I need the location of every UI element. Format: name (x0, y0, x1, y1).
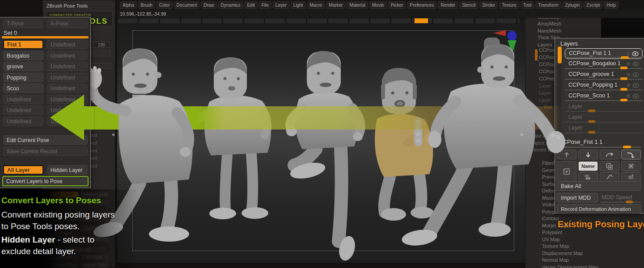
record-dot-icon[interactable] (627, 62, 630, 66)
menu-render[interactable]: Render (438, 1, 458, 9)
invert-layer-button[interactable] (600, 172, 619, 182)
pose-value-field[interactable]: 190 (93, 42, 110, 48)
layer-row-empty[interactable]: Layer (565, 123, 643, 134)
menu-dynamics[interactable]: Dynamics (218, 1, 243, 9)
menu-document[interactable]: Document (174, 1, 200, 9)
selected-layer-name[interactable]: CCPose_Fist 1 1 (559, 138, 602, 145)
t-pose-button[interactable]: T-Pose (3, 19, 43, 28)
selected-layer-slider[interactable] (623, 146, 631, 148)
pose-slot-button[interactable]: Undefined (47, 62, 88, 71)
menu-edit[interactable]: Edit (244, 1, 257, 9)
branch-layer-button[interactable] (621, 150, 641, 159)
redo-layer-button[interactable] (600, 150, 619, 159)
top-shelf[interactable] (118, 18, 520, 23)
move-layer-up-button[interactable] (557, 150, 576, 159)
all-layer-button[interactable]: All Layer (3, 165, 43, 175)
record-dot-icon[interactable] (627, 94, 630, 98)
import-mdd-button[interactable]: Import MDD (557, 193, 598, 202)
hidden-layer-button[interactable]: Hidden Layer (47, 165, 88, 175)
menu-alpha[interactable]: Alpha (120, 1, 137, 9)
merge-down-button[interactable] (578, 172, 598, 182)
menu-brush[interactable]: Brush (138, 1, 155, 9)
a-pose-button[interactable]: A-Pose (47, 19, 88, 28)
layer-intensity-slider[interactable] (588, 131, 595, 134)
pose-slot-boogaloo-button[interactable]: Boogaloo (3, 51, 43, 60)
record-dot-icon[interactable] (626, 52, 630, 55)
section-uv-map[interactable]: UV Map (542, 236, 598, 243)
layer-intensity-slider[interactable] (620, 77, 627, 80)
eye-icon[interactable] (632, 62, 639, 67)
menu-material[interactable]: Material (347, 1, 368, 9)
menu-movie[interactable]: Movie (369, 1, 387, 9)
axis-gizmo[interactable] (490, 26, 521, 57)
layer-row-empty[interactable]: Layer (565, 113, 643, 123)
layer-row-empty[interactable]: Layer (565, 102, 643, 113)
pose-slot-button[interactable]: Undefined (47, 105, 88, 115)
record-dot-icon[interactable] (627, 84, 630, 87)
layers-scroll-track[interactable] (558, 46, 562, 167)
pose-slot-button[interactable]: Undefined (3, 105, 43, 115)
layer-intensity-slider[interactable] (620, 99, 627, 101)
pose-slot-button[interactable]: Undefined (47, 51, 88, 60)
pose-slot-popping-button[interactable]: Popping (3, 73, 43, 82)
eye-icon[interactable] (632, 72, 639, 77)
menu-picker[interactable]: Picker (388, 1, 406, 9)
pose-field[interactable] (91, 50, 111, 56)
layer-intensity-slider[interactable] (620, 67, 627, 69)
menu-macro[interactable]: Macro (307, 1, 325, 9)
menu-preferences[interactable]: Preferences (407, 1, 436, 9)
eye-icon[interactable] (632, 83, 639, 88)
mdd-speed-slider[interactable] (626, 201, 633, 203)
menu-light[interactable]: Light (291, 1, 306, 9)
save-current-record-button[interactable]: Save Current Record (3, 147, 88, 156)
menu-texture[interactable]: Texture (499, 1, 519, 9)
layer-row-scoo[interactable]: CCPose_Scoo 1 (565, 91, 643, 102)
section-normal-map[interactable]: Normal Map (542, 257, 598, 264)
bake-all-button[interactable]: Bake All (557, 181, 641, 191)
pose-slot-fist-button[interactable]: Fist 1 (3, 40, 43, 49)
pose-slot-scoo-button[interactable]: Scoo (3, 84, 43, 93)
bg-higher-res-button[interactable]: Higher Res (80, 262, 109, 268)
rename-layer-button[interactable]: Name (578, 161, 598, 171)
menu-tool[interactable]: Tool (521, 1, 534, 9)
eye-icon[interactable] (632, 94, 639, 99)
duplicate-layer-button[interactable] (600, 161, 619, 171)
layer-row-boogaloo[interactable]: CCPose_Boogaloo 1 (565, 59, 643, 70)
layer-row-fist[interactable]: CCPose_Fist 1 1 (565, 48, 643, 59)
menu-layer[interactable]: Layer (273, 1, 289, 9)
left-divider-handle[interactable]: « (112, 131, 115, 137)
pose-slot-button[interactable]: Undefined (47, 117, 88, 126)
pose-set-slider[interactable] (2, 36, 89, 38)
pose-slot-groove-button[interactable]: groove (3, 62, 43, 71)
top-shelf-active-slot[interactable] (415, 18, 428, 23)
layer-row-groove[interactable]: CCPose_groove 1 (565, 70, 643, 80)
menu-help[interactable]: Help (604, 1, 619, 9)
eye-visible-icon[interactable] (632, 51, 639, 56)
layer-intensity-slider[interactable] (588, 109, 595, 112)
record-deformation-button[interactable]: Record Deformation Animation (557, 204, 641, 214)
pose-slot-button[interactable]: Undefined (47, 84, 88, 93)
edit-current-pose-button[interactable]: Edit Current Pose (3, 135, 88, 145)
pose-slot-button[interactable]: Undefined (47, 40, 88, 49)
convert-layers-to-pose-button[interactable]: Convert Layers to Pose (2, 176, 89, 186)
pose-slot-button[interactable]: Undefined (47, 73, 88, 82)
split-layer-button[interactable] (621, 172, 641, 182)
pose-slot-button[interactable]: Undefined (47, 95, 88, 104)
section-texture-map[interactable]: Texture Map (542, 243, 598, 250)
section-arraymesh[interactable]: ArrayMesh (538, 21, 561, 28)
menu-draw[interactable]: Draw (201, 1, 216, 9)
section-nanomesh[interactable]: NanoMesh (538, 28, 561, 35)
record-dot-icon[interactable] (627, 73, 630, 76)
bg-lower-res-button[interactable]: Lower Res (51, 262, 78, 268)
menu-marker[interactable]: Marker (326, 1, 345, 9)
pose-field[interactable] (91, 63, 111, 69)
section-polypaint[interactable]: Polypaint (542, 229, 598, 236)
layer-intensity-slider[interactable] (588, 120, 595, 123)
menu-zscript[interactable]: Zscript (584, 1, 602, 9)
menu-stroke[interactable]: Stroke (479, 1, 498, 9)
delete-layer-button[interactable] (621, 161, 641, 171)
menu-file[interactable]: File (259, 1, 271, 9)
layers-scroll-thumb[interactable] (558, 46, 562, 63)
pose-slot-button[interactable]: Undefined (3, 95, 43, 104)
menu-transform[interactable]: Transform (535, 1, 561, 9)
